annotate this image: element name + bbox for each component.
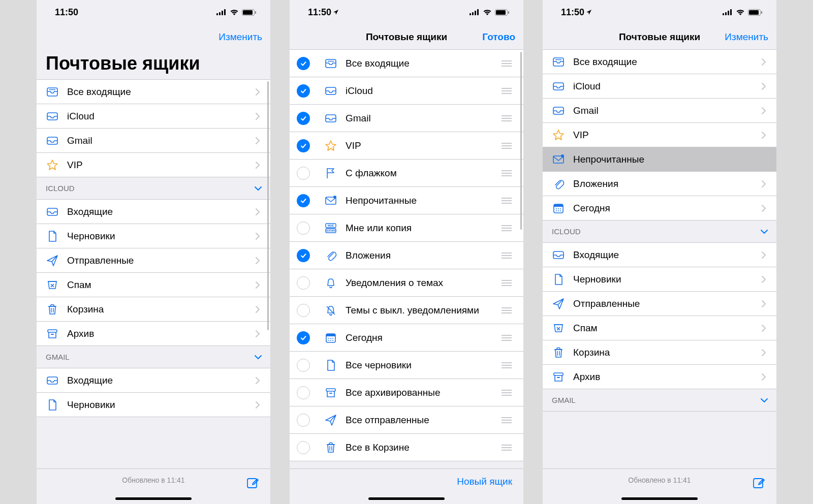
mailbox-row[interactable]: Спам [543,316,776,340]
reorder-handle-icon[interactable] [501,87,512,94]
mailbox-edit-row[interactable]: С флажком [290,160,523,187]
reorder-handle-icon[interactable] [501,170,512,177]
mailbox-edit-row[interactable]: МНЕКОПИЯМне или копия [290,214,523,242]
mailbox-edit-row[interactable]: Все архивированные [290,379,523,406]
chevron-down-icon[interactable] [254,186,262,191]
chevron-down-icon[interactable] [254,355,262,360]
reorder-handle-icon[interactable] [501,115,512,122]
nav-edit-button[interactable]: Изменить [725,32,768,43]
mailbox-row[interactable]: VIP [37,153,270,177]
checkbox-unchecked[interactable] [297,441,310,454]
checkbox-checked[interactable] [297,84,310,98]
checkbox-unchecked[interactable] [297,414,310,427]
chevron-right-icon [761,155,766,164]
chevron-down-icon[interactable] [760,398,768,403]
checkbox-checked[interactable] [297,194,310,207]
mailbox-row[interactable]: Входящие [37,368,270,393]
mailbox-row[interactable]: Сегодня [543,196,776,220]
checkbox-checked[interactable] [297,57,310,70]
compose-button[interactable] [752,476,765,489]
section-header[interactable]: iCloud [37,177,270,200]
mailbox-row[interactable]: Gmail [543,99,776,123]
mailbox-row[interactable]: Вложения [543,172,776,196]
mailbox-list[interactable]: Все входящиеiCloudGmailVIPiCloudВходящие… [37,79,270,468]
reorder-handle-icon[interactable] [501,142,512,149]
reorder-handle-icon[interactable] [501,444,512,451]
section-header[interactable]: Gmail [543,389,776,412]
reorder-handle-icon[interactable] [501,225,512,232]
mailbox-row[interactable]: Спам [37,273,270,297]
mailbox-row[interactable]: Корзина [543,340,776,365]
mailbox-edit-row[interactable]: Все черновики [290,352,523,379]
checkbox-unchecked[interactable] [297,304,310,317]
mailbox-row[interactable]: Черновики [543,267,776,292]
mailbox-edit-row[interactable]: Уведомления о темах [290,269,523,297]
mailbox-label: Корзина [67,304,255,315]
mailbox-edit-row[interactable]: Темы с выкл. уведомлениями [290,297,523,324]
toolbar-status: Обновлено в 11:41 [37,476,270,484]
nav-edit-button[interactable]: Изменить [218,32,262,43]
checkbox-unchecked[interactable] [297,276,310,290]
compose-button[interactable] [246,476,259,489]
checkbox-checked[interactable] [297,331,310,344]
mailbox-row[interactable]: Все входящие [37,80,270,104]
reorder-handle-icon[interactable] [501,307,512,314]
mailbox-edit-row[interactable]: Непрочитанные [290,187,523,214]
mailbox-row[interactable]: Gmail [37,129,270,153]
mailbox-edit-row[interactable]: Все входящие [290,50,523,77]
checkbox-checked[interactable] [297,249,310,262]
checkbox-unchecked[interactable] [297,222,310,235]
reorder-handle-icon[interactable] [501,252,512,259]
mailbox-edit-row[interactable]: Все отправленные [290,406,523,434]
mailbox-edit-row[interactable]: Вложения [290,242,523,269]
chevron-right-icon [761,300,766,308]
mailbox-row[interactable]: Отправленные [37,248,270,273]
checkbox-unchecked[interactable] [297,386,310,399]
inbox-icon [323,111,338,126]
mailbox-edit-row[interactable]: Gmail [290,105,523,132]
chevron-right-icon [761,349,766,357]
wifi-icon [483,9,492,15]
reorder-handle-icon[interactable] [501,60,512,67]
chevron-down-icon[interactable] [760,229,768,234]
mailbox-row[interactable]: iCloud [543,74,776,99]
mailbox-edit-list[interactable]: Все входящиеiCloudGmailVIPС флажкомНепро… [290,50,523,468]
section-header[interactable]: Gmail [37,346,270,368]
reorder-handle-icon[interactable] [501,197,512,204]
mailbox-edit-row[interactable]: Все в Корзине [290,434,523,461]
inbox-all-icon [45,84,60,100]
svg-rect-0 [216,13,218,15]
mailbox-row[interactable]: VIP [543,123,776,147]
checkbox-unchecked[interactable] [297,167,310,180]
mailbox-label: Входящие [67,375,255,386]
checkbox-checked[interactable] [297,112,310,125]
spam-icon [551,321,566,336]
section-header[interactable]: iCloud [543,220,776,243]
checkbox-unchecked[interactable] [297,359,310,372]
reorder-handle-icon[interactable] [501,279,512,287]
mailbox-row[interactable]: Архив [37,322,270,346]
mailbox-list[interactable]: Все входящиеiCloudGmailVIPНепрочитанныеВ… [543,50,776,468]
mailbox-row[interactable]: Входящие [37,200,270,224]
chevron-right-icon [761,180,766,188]
mailbox-edit-row[interactable]: VIP [290,132,523,160]
mailbox-row[interactable]: Черновики [37,393,270,417]
reorder-handle-icon[interactable] [501,334,512,341]
nav-done-button[interactable]: Готово [482,32,515,43]
checkbox-checked[interactable] [297,139,310,152]
mailbox-edit-row[interactable]: Сегодня [290,324,523,352]
new-mailbox-button[interactable]: Новый ящик [457,476,512,487]
reorder-handle-icon[interactable] [501,362,512,369]
mailbox-row[interactable]: Черновики [37,224,270,248]
reorder-handle-icon[interactable] [501,417,512,424]
mailbox-row[interactable]: Архив [543,365,776,389]
mailbox-row[interactable]: Отправленные [543,292,776,316]
reorder-handle-icon[interactable] [501,389,512,396]
mailbox-row[interactable]: Непрочитанные [543,147,776,172]
mailbox-row[interactable]: Корзина [37,297,270,322]
mailbox-row[interactable]: Входящие [543,243,776,267]
bell-icon [323,275,338,291]
mailbox-row[interactable]: Все входящие [543,50,776,74]
mailbox-row[interactable]: iCloud [37,104,270,129]
mailbox-edit-row[interactable]: iCloud [290,77,523,105]
